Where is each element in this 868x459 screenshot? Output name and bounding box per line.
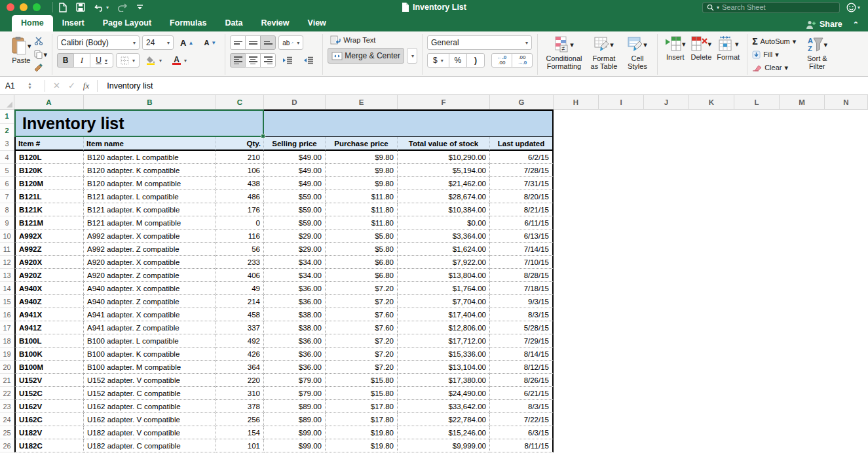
align-right-button[interactable] [260, 53, 276, 68]
delete-cells-caret[interactable]: ▾ [708, 40, 712, 48]
tab-data[interactable]: Data [216, 15, 252, 31]
cell-last-updated[interactable]: 7/18/15 [490, 282, 554, 295]
cell-purchase-price[interactable]: $5.80 [326, 230, 398, 243]
search-scope-caret[interactable]: ▾ [717, 5, 719, 10]
cell-selling-price[interactable]: $49.00 [264, 177, 326, 190]
cell-last-updated[interactable]: 7/14/15 [490, 243, 554, 256]
cell-qty[interactable]: 220 [216, 374, 264, 387]
insert-cells-caret[interactable]: ▾ [682, 40, 686, 48]
row-number[interactable]: 8 [0, 203, 14, 216]
cell-total-value[interactable]: $0.00 [398, 216, 490, 230]
cell-selling-price[interactable]: $79.00 [264, 374, 326, 387]
format-painter-button[interactable] [34, 64, 48, 72]
cell-qty[interactable]: 426 [216, 348, 264, 361]
cell-item-name[interactable]: U162 adapter. V compatible [84, 413, 216, 426]
cell-item-number[interactable]: B121L [14, 190, 84, 203]
cell-item-number[interactable]: U152V [14, 374, 84, 387]
row-number[interactable]: 22 [0, 387, 14, 400]
cell-total-value[interactable]: $17,404.00 [398, 308, 490, 321]
cell-selling-price[interactable]: $59.00 [264, 190, 326, 203]
font-color-button[interactable]: A ▾ [168, 53, 191, 68]
cell-last-updated[interactable]: 8/3/15 [490, 400, 554, 413]
cell-selling-price[interactable]: $59.00 [264, 203, 326, 216]
cell-total-value[interactable]: $33,642.00 [398, 400, 490, 413]
cell-item-number[interactable]: A992Z [14, 243, 84, 256]
cell-selling-price[interactable]: $38.00 [264, 321, 326, 334]
conditional-formatting-caret[interactable]: ▾ [570, 41, 574, 49]
comma-format-button[interactable]: ) [466, 53, 485, 68]
cell-qty[interactable]: 210 [216, 151, 264, 164]
cell-selling-price[interactable]: $29.00 [264, 243, 326, 256]
cell-total-value[interactable]: $22,784.00 [398, 413, 490, 426]
column-header-k[interactable]: K [689, 95, 734, 109]
cell-item-number[interactable]: U182V [14, 426, 84, 439]
cell-item-name[interactable]: B121 adapter. M compatible [84, 216, 216, 230]
header-cell-total-value-of-stock[interactable]: Total value of stock [398, 137, 490, 151]
cell-last-updated[interactable]: 8/20/15 [490, 190, 554, 203]
fill-color-dropdown-caret[interactable]: ▾ [159, 58, 162, 64]
borders-button[interactable]: ▾ [116, 53, 140, 68]
selection-fill-handle[interactable] [261, 134, 265, 138]
cell-selling-price[interactable]: $36.00 [264, 361, 326, 374]
paste-dropdown-caret[interactable]: ▾ [28, 42, 31, 50]
selected-title-cell[interactable]: Inventory list [14, 110, 264, 137]
copy-button[interactable]: ▾ [34, 50, 48, 59]
cell-selling-price[interactable]: $36.00 [264, 282, 326, 295]
cell-qty[interactable]: 486 [216, 190, 264, 203]
column-header-d[interactable]: D [264, 95, 326, 109]
cell-qty[interactable]: 116 [216, 230, 264, 243]
cell-qty[interactable]: 154 [216, 426, 264, 439]
cell-total-value[interactable]: $3,364.00 [398, 230, 490, 243]
row-number[interactable]: 10 [0, 230, 14, 243]
cell-item-number[interactable]: A940X [14, 282, 84, 295]
decrease-font-size-button[interactable]: A▼ [200, 35, 220, 50]
percent-format-button[interactable]: % [449, 53, 467, 68]
column-header-i[interactable]: I [599, 95, 644, 109]
wrap-text-button[interactable]: Wrap Text [328, 35, 417, 45]
align-left-button[interactable] [230, 53, 246, 68]
row-number[interactable]: 15 [0, 295, 14, 308]
cell-item-name[interactable]: U162 adapter. C compatible [84, 400, 216, 413]
row-number[interactable]: 17 [0, 321, 14, 334]
cell-total-value[interactable]: $12,806.00 [398, 321, 490, 334]
column-header-j[interactable]: J [644, 95, 689, 109]
cell-selling-price[interactable]: $59.00 [264, 216, 326, 230]
select-all-corner[interactable] [0, 95, 14, 109]
cell-item-number[interactable]: B100M [14, 361, 84, 374]
cell-total-value[interactable]: $1,764.00 [398, 282, 490, 295]
cell-qty[interactable]: 337 [216, 321, 264, 334]
cell-total-value[interactable]: $13,804.00 [398, 269, 490, 282]
format-cells-caret[interactable]: ▾ [735, 40, 739, 48]
header-cell-selling-price[interactable]: Selling price [264, 137, 326, 151]
cell-total-value[interactable]: $7,704.00 [398, 295, 490, 308]
cell-item-name[interactable]: U152 adapter. V compatible [84, 374, 216, 387]
row-number[interactable]: 20 [0, 361, 14, 374]
increase-font-size-button[interactable]: A▲ [176, 35, 197, 50]
align-bottom-button[interactable] [260, 35, 276, 50]
confirm-entry-button[interactable]: ✓ [64, 81, 79, 90]
cell-last-updated[interactable]: 8/14/15 [490, 348, 554, 361]
cell-last-updated[interactable]: 7/22/15 [490, 413, 554, 426]
cell-last-updated[interactable]: 8/3/15 [490, 308, 554, 321]
close-window-button[interactable] [7, 3, 14, 11]
cell-item-number[interactable]: B121M [14, 216, 84, 230]
underline-button[interactable]: U▾ [90, 53, 113, 68]
cell-selling-price[interactable]: $99.00 [264, 426, 326, 439]
name-box-input[interactable] [5, 81, 28, 90]
underline-dropdown-caret[interactable]: ▾ [105, 58, 107, 64]
cell-total-value[interactable]: $10,384.00 [398, 203, 490, 216]
cell-last-updated[interactable]: 7/10/15 [490, 256, 554, 269]
merge-center-dropdown[interactable]: ▾ [407, 48, 417, 64]
cell-item-number[interactable]: A992X [14, 230, 84, 243]
cell-item-number[interactable]: B120M [14, 177, 84, 190]
cell-purchase-price[interactable]: $17.80 [326, 413, 398, 426]
cell-last-updated[interactable]: 9/3/15 [490, 295, 554, 308]
cell-qty[interactable]: 56 [216, 243, 264, 256]
cell-qty[interactable]: 101 [216, 439, 264, 452]
header-cell-purchase-price[interactable]: Purchase price [326, 137, 398, 151]
column-header-n[interactable]: N [825, 95, 868, 109]
cell-item-number[interactable]: U152C [14, 387, 84, 400]
cell-item-name[interactable]: A940 adapter. Z compatible [84, 295, 216, 308]
font-size-select[interactable]: 24▾ [142, 35, 174, 50]
fill-button[interactable]: Fill ▾ [752, 49, 796, 60]
